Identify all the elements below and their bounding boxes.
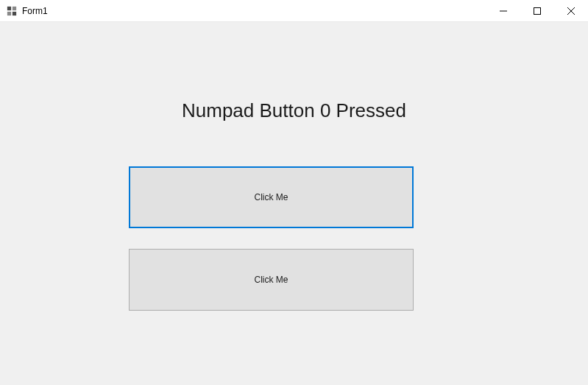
svg-rect-3 (13, 11, 16, 15)
status-label: Numpad Button 0 Pressed (0, 99, 588, 122)
maximize-button[interactable] (520, 0, 554, 21)
click-me-button-2[interactable]: Click Me (129, 249, 414, 311)
window-titlebar: Form1 (0, 0, 588, 22)
minimize-button[interactable] (486, 0, 520, 21)
svg-rect-2 (7, 11, 11, 15)
window-title: Form1 (22, 6, 48, 16)
close-button[interactable] (554, 0, 588, 21)
titlebar-left: Form1 (0, 5, 48, 17)
click-me-button-1[interactable]: Click Me (129, 166, 414, 228)
svg-rect-5 (534, 7, 541, 14)
client-area: Numpad Button 0 Pressed Click Me Click M… (0, 22, 588, 385)
svg-rect-1 (13, 6, 16, 10)
app-icon (6, 5, 18, 17)
window-controls (486, 0, 588, 21)
svg-rect-0 (7, 6, 11, 10)
